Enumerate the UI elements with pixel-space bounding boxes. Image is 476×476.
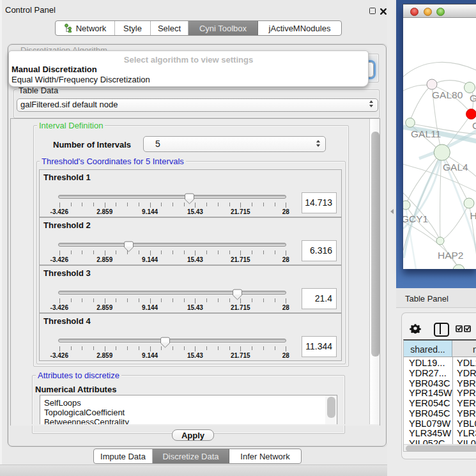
svg-text:G.: G. [470, 93, 476, 104]
svg-text:GAL4: GAL4 [443, 162, 468, 173]
svg-text:GAL80: GAL80 [432, 89, 463, 100]
svg-text:GCY1: GCY1 [403, 213, 428, 224]
svg-text:GAL11: GAL11 [411, 128, 441, 139]
svg-text:H: H [470, 210, 476, 221]
svg-text:C: C [472, 120, 476, 131]
svg-text:HAP2: HAP2 [438, 250, 464, 261]
